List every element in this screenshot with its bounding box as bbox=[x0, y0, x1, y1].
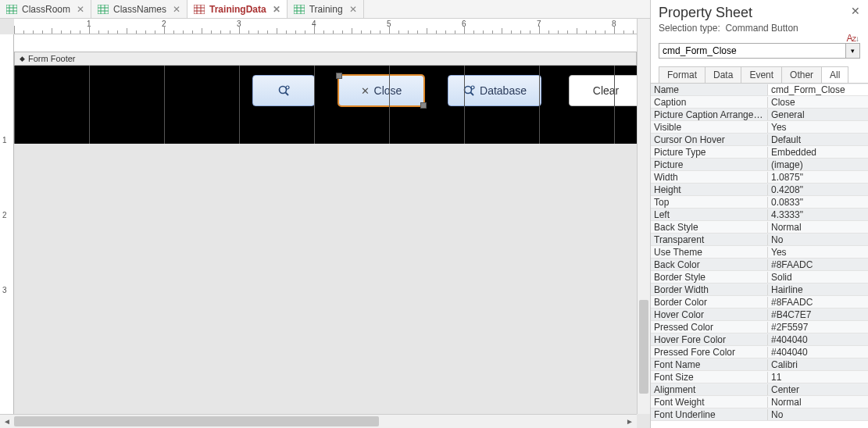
doc-tab-classroom[interactable]: ClassRoom ✕ bbox=[0, 0, 91, 18]
property-row[interactable]: Visible Yes bbox=[651, 121, 868, 134]
property-tab-data[interactable]: Data bbox=[705, 66, 741, 83]
property-value[interactable]: Calibri bbox=[768, 359, 868, 370]
property-value[interactable]: General bbox=[768, 109, 868, 120]
design-empty-area bbox=[14, 144, 637, 414]
property-row[interactable]: Border Width Hairline bbox=[651, 284, 868, 296]
property-value[interactable]: Default bbox=[768, 134, 868, 145]
property-row[interactable]: Pressed Fore Color #404040 bbox=[651, 346, 868, 358]
property-row[interactable]: Alignment Center bbox=[651, 383, 868, 396]
property-object-dropdown-icon[interactable]: ▾ bbox=[846, 43, 860, 59]
property-tab-other[interactable]: Other bbox=[781, 66, 822, 83]
property-row[interactable]: Font Weight Normal bbox=[651, 396, 868, 408]
search-button[interactable] bbox=[252, 75, 315, 106]
property-row[interactable]: Left 4.3333" bbox=[651, 209, 868, 221]
property-row[interactable]: Picture Type Embedded bbox=[651, 146, 868, 159]
v-scroll-thumb[interactable] bbox=[639, 300, 648, 394]
property-key: Back Color bbox=[651, 259, 768, 270]
property-value[interactable]: No bbox=[768, 409, 868, 420]
property-grid[interactable]: Name cmd_Form_CloseCaption ClosePicture … bbox=[651, 84, 868, 428]
form-footer-section-bar[interactable]: ◆ Form Footer bbox=[14, 52, 637, 66]
doc-tab-label: Training bbox=[309, 4, 343, 15]
property-row[interactable]: Font Name Calibri bbox=[651, 358, 868, 371]
property-row[interactable]: Pressed Color #2F5597 bbox=[651, 321, 868, 333]
close-button[interactable]: ✕ Close bbox=[338, 75, 424, 106]
property-value[interactable]: Normal bbox=[768, 222, 868, 233]
close-x-icon: ✕ bbox=[361, 85, 370, 97]
property-value[interactable]: #B4C7E7 bbox=[768, 309, 868, 320]
close-icon[interactable]: ✕ bbox=[273, 4, 280, 15]
property-row[interactable]: Height 0.4208" bbox=[651, 184, 868, 196]
property-row[interactable]: Use Theme Yes bbox=[651, 246, 868, 259]
property-value[interactable]: 0.0833" bbox=[768, 197, 868, 208]
property-row[interactable]: Hover Fore Color #404040 bbox=[651, 333, 868, 346]
close-icon[interactable]: ✕ bbox=[349, 4, 357, 15]
design-vertical-scrollbar[interactable] bbox=[637, 19, 650, 414]
property-value[interactable]: 11 bbox=[768, 372, 868, 383]
clear-button[interactable]: Clear bbox=[569, 75, 637, 106]
property-value[interactable]: #8FAADC bbox=[768, 259, 868, 270]
property-value[interactable]: 0.4208" bbox=[768, 184, 868, 195]
property-value[interactable]: cmd_Form_Close bbox=[768, 84, 868, 95]
property-value[interactable]: Yes bbox=[768, 247, 868, 258]
property-value[interactable]: Hairline bbox=[768, 284, 868, 295]
property-sheet-title: Property Sheet bbox=[659, 5, 851, 21]
property-row[interactable]: Picture Caption Arrangement General bbox=[651, 109, 868, 121]
property-value[interactable]: 1.0875" bbox=[768, 172, 868, 183]
property-tab-event[interactable]: Event bbox=[741, 66, 782, 83]
property-sort-button[interactable]: AZ↓ bbox=[846, 33, 859, 44]
doc-tab-trainingdata[interactable]: TrainingData ✕ bbox=[188, 0, 288, 18]
property-value[interactable]: #404040 bbox=[768, 334, 868, 345]
close-icon[interactable]: ✕ bbox=[173, 4, 180, 15]
property-object-selector[interactable]: ▾ bbox=[659, 43, 860, 59]
property-key: Picture Type bbox=[651, 147, 768, 158]
property-key: Name bbox=[651, 84, 768, 95]
property-key: Top bbox=[651, 197, 768, 208]
property-value[interactable]: #404040 bbox=[768, 347, 868, 358]
property-row[interactable]: Hover Color #B4C7E7 bbox=[651, 309, 868, 321]
property-value[interactable]: #8FAADC bbox=[768, 297, 868, 308]
svg-rect-10 bbox=[194, 5, 205, 14]
hscroll-right-arrow[interactable]: ► bbox=[623, 417, 637, 426]
svg-point-22 bbox=[286, 86, 289, 89]
property-row[interactable]: Border Style Solid bbox=[651, 271, 868, 284]
hscroll-track[interactable] bbox=[14, 415, 623, 428]
property-tab-all[interactable]: All bbox=[821, 66, 848, 83]
canvas-body: ◆ Form Footer ✕ Close DatabaseClear bbox=[14, 34, 637, 414]
property-row[interactable]: Cursor On Hover Default bbox=[651, 134, 868, 146]
close-icon[interactable]: ✕ bbox=[77, 4, 84, 15]
property-row[interactable]: Name cmd_Form_Close bbox=[651, 84, 868, 96]
h-scroll-thumb[interactable] bbox=[14, 416, 379, 426]
property-value[interactable]: Solid bbox=[768, 272, 868, 283]
property-value[interactable]: Center bbox=[768, 384, 868, 395]
property-row[interactable]: Top 0.0833" bbox=[651, 196, 868, 209]
property-value[interactable]: Yes bbox=[768, 122, 868, 133]
hscroll-left-arrow[interactable]: ◄ bbox=[0, 417, 14, 426]
form-footer-grid[interactable]: ✕ Close DatabaseClear bbox=[14, 66, 637, 144]
database-button[interactable]: Database bbox=[448, 75, 541, 106]
property-row[interactable]: Transparent No bbox=[651, 234, 868, 246]
property-row[interactable]: Font Underline No bbox=[651, 408, 868, 421]
svg-line-21 bbox=[286, 93, 289, 96]
property-value[interactable]: Normal bbox=[768, 397, 868, 408]
property-row[interactable]: Picture (image) bbox=[651, 159, 868, 171]
property-value[interactable]: Embedded bbox=[768, 147, 868, 158]
property-row[interactable]: Border Color #8FAADC bbox=[651, 296, 868, 309]
property-row[interactable]: Caption Close bbox=[651, 96, 868, 109]
property-row[interactable]: Width 1.0875" bbox=[651, 171, 868, 184]
property-row[interactable]: Back Color #8FAADC bbox=[651, 259, 868, 271]
property-value[interactable]: 4.3333" bbox=[768, 209, 868, 220]
property-value[interactable]: No bbox=[768, 234, 868, 245]
property-tab-format[interactable]: Format bbox=[659, 66, 705, 83]
property-value[interactable]: (image) bbox=[768, 159, 868, 170]
property-sheet-close-button[interactable]: ✕ bbox=[851, 5, 860, 17]
property-key: Font Name bbox=[651, 359, 768, 370]
property-object-input[interactable] bbox=[659, 43, 846, 59]
design-horizontal-scrollbar[interactable]: ◄ ► bbox=[0, 414, 637, 428]
property-key: Use Theme bbox=[651, 247, 768, 258]
doc-tab-classnames[interactable]: ClassNames ✕ bbox=[91, 0, 188, 18]
property-value[interactable]: #2F5597 bbox=[768, 322, 868, 333]
property-row[interactable]: Font Size 11 bbox=[651, 371, 868, 383]
property-row[interactable]: Back Style Normal bbox=[651, 221, 868, 234]
property-value[interactable]: Close bbox=[768, 97, 868, 108]
doc-tab-training[interactable]: Training ✕ bbox=[288, 0, 364, 18]
